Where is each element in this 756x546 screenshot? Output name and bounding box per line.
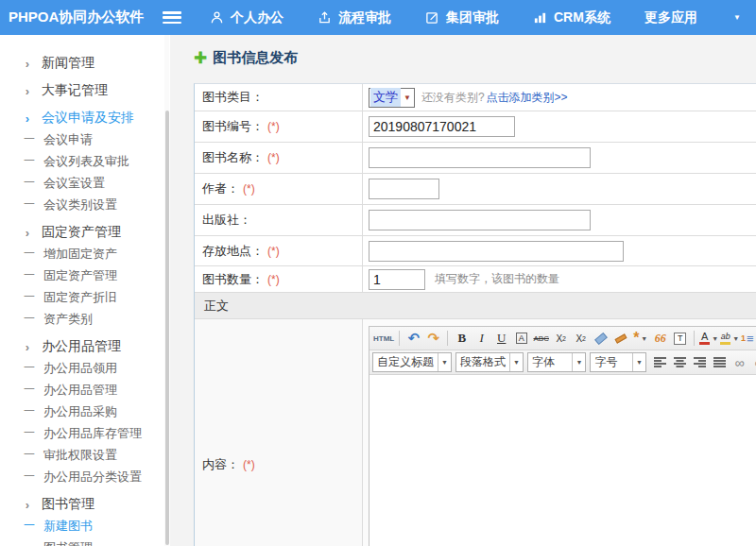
sidebar-item-meeting-room-settings[interactable]: 一会议室设置 <box>0 172 170 194</box>
editor-content-area[interactable] <box>369 375 756 546</box>
sidebar-item-asset-category[interactable]: 一资产类别 <box>0 308 170 330</box>
align-right-button[interactable] <box>691 353 709 372</box>
more-apps-caret-button[interactable]: ▼ <box>731 13 741 22</box>
chevron-right-icon: › <box>21 226 34 240</box>
highlight-color-button[interactable]: ab▼ <box>720 329 739 348</box>
field-label: 内容： <box>202 456 239 473</box>
menu-group-approval[interactable]: 集团审批 <box>425 9 499 26</box>
align-center-button[interactable] <box>671 353 689 372</box>
app-logo: PHPOA协同办公软件 <box>0 9 163 26</box>
field-label: 作者： <box>202 180 239 197</box>
sidebar-item-fixed-assets-management[interactable]: ›固定资产管理 <box>0 222 170 243</box>
sidebar-item-meeting-list-approval[interactable]: 一会议列表及审批 <box>0 150 170 172</box>
superscript-button[interactable]: X2 <box>552 329 570 348</box>
dash-icon: 一 <box>23 311 36 327</box>
sidebar-item-meeting-category-settings[interactable]: 一会议类别设置 <box>0 194 170 215</box>
content-row: 内容：(*) HTML ↶ ↷ B I U A ABC <box>195 319 756 546</box>
book-number-row: 图书编号：(*) <box>195 111 756 143</box>
editor-toolbar-row1: HTML ↶ ↷ B I U A ABC X2 X2 * <box>369 327 756 350</box>
author-input[interactable] <box>369 179 439 199</box>
sidebar-scrollbar-thumb[interactable] <box>165 111 169 545</box>
sidebar-item-supplies-purchase[interactable]: 一办公用品采购 <box>0 401 170 422</box>
quick-format-button[interactable]: *▼ <box>631 329 649 348</box>
custom-title-select[interactable]: 自定义标题▼ <box>372 352 452 372</box>
insert-link-button[interactable]: ∞ <box>730 353 748 372</box>
body-section-header: 正文 <box>195 293 756 319</box>
sidebar-toggle-button[interactable] <box>163 11 181 24</box>
required-mark: (*) <box>267 120 280 133</box>
sidebar-item-meeting-apply-arrange[interactable]: ›会议申请及安排 <box>0 108 170 128</box>
field-label: 出版社： <box>202 212 251 229</box>
sidebar-item-new-book[interactable]: 一新建图书 <box>0 515 170 537</box>
strikethrough-button[interactable]: ABC <box>532 329 550 348</box>
blockquote-button[interactable]: 66 <box>651 329 669 348</box>
sidebar-item-supplies-category-settings[interactable]: 一办公用品分类设置 <box>0 466 170 487</box>
ordered-list-button[interactable]: 1≡▼ <box>741 329 756 348</box>
page-title: ✚ 图书信息发布 <box>194 49 756 67</box>
sidebar-item-add-fixed-asset[interactable]: 一增加固定资产 <box>0 243 170 264</box>
menu-more-apps[interactable]: 更多应用 <box>644 9 697 26</box>
menu-process-approval[interactable]: 流程审批 <box>318 9 391 26</box>
remove-link-button[interactable]: ∞✕ <box>750 353 756 372</box>
font-size-select[interactable]: 字号▼ <box>590 352 646 372</box>
storage-location-input[interactable] <box>369 241 624 262</box>
rich-text-editor: HTML ↶ ↷ B I U A ABC X2 X2 * <box>369 326 756 546</box>
required-mark: (*) <box>243 458 255 471</box>
dropdown-arrow-icon: ▼ <box>712 335 718 342</box>
boxed-a-button[interactable]: A <box>512 329 530 348</box>
book-number-input[interactable] <box>369 116 515 137</box>
subscript-button[interactable]: X2 <box>572 329 590 348</box>
add-category-link[interactable]: 点击添加类别>> <box>487 90 568 106</box>
dropdown-arrow-icon: ▼ <box>572 353 585 371</box>
font-color-button[interactable]: A▼ <box>699 329 718 348</box>
book-name-input[interactable] <box>369 147 591 168</box>
publisher-row: 出版社： <box>195 205 756 236</box>
topbar: PHPOA协同办公软件 个人办公 流程审批 集团审批 CRM系统 更多应用 ▼ <box>0 0 756 35</box>
html-source-button[interactable]: HTML <box>373 329 394 348</box>
sidebar-item-meeting-apply[interactable]: 一会议申请 <box>0 128 170 150</box>
chevron-right-icon: › <box>21 57 34 71</box>
sidebar-item-fixed-asset-depreciation[interactable]: 一固定资产折旧 <box>0 286 170 308</box>
toolbar-separator <box>399 331 400 346</box>
dash-icon: 一 <box>23 289 36 305</box>
sidebar-item-office-supplies-management[interactable]: ›办公用品管理 <box>0 336 170 357</box>
align-justify-button[interactable] <box>711 353 729 372</box>
redo-button[interactable]: ↷ <box>424 329 442 348</box>
format-brush-button[interactable] <box>611 329 629 348</box>
underline-button[interactable]: U <box>492 329 510 348</box>
align-left-button[interactable] <box>651 353 669 372</box>
author-row: 作者：(*) <box>195 174 756 205</box>
paste-text-button[interactable]: T <box>671 329 689 348</box>
sidebar-item-approval-permission-settings[interactable]: 一审批权限设置 <box>0 444 170 466</box>
dropdown-arrow-icon: ▼ <box>641 335 647 342</box>
field-label: 图书编号： <box>202 118 264 135</box>
sidebar-item-news-management[interactable]: ›新闻管理 <box>0 53 170 74</box>
sidebar-item-events-management[interactable]: ›大事记管理 <box>0 80 170 101</box>
align-right-icon <box>694 357 706 367</box>
menu-crm-system[interactable]: CRM系统 <box>533 9 610 26</box>
field-label: 图书类目： <box>202 89 264 106</box>
publisher-input[interactable] <box>369 210 591 230</box>
sidebar-item-book-management[interactable]: ›图书管理 <box>0 494 170 515</box>
sidebar-item-fixed-asset-management[interactable]: 一固定资产管理 <box>0 264 170 286</box>
italic-button[interactable]: I <box>472 329 490 348</box>
chevron-right-icon: › <box>21 340 34 354</box>
book-quantity-input[interactable] <box>369 269 425 290</box>
font-family-select[interactable]: 字体▼ <box>527 352 587 372</box>
dash-icon: 一 <box>23 382 36 398</box>
menu-personal-office[interactable]: 个人办公 <box>210 9 284 26</box>
book-form: 图书类目： 文学 ▼ 还没有类别? 点击添加类别>> 图书编号：(*) 图书名称… <box>194 83 756 546</box>
book-category-select[interactable]: 文学 ▼ <box>369 88 415 108</box>
brush-icon <box>614 333 627 343</box>
sidebar-item-supplies-requisition[interactable]: 一办公用品领用 <box>0 357 170 379</box>
required-mark: (*) <box>243 182 255 196</box>
sidebar-item-book-management-list[interactable]: 一图书管理 <box>0 537 170 546</box>
remove-format-button[interactable] <box>592 329 610 348</box>
align-justify-icon <box>713 357 726 367</box>
paragraph-format-select[interactable]: 段落格式▼ <box>455 352 524 372</box>
field-label: 图书名称： <box>202 149 264 166</box>
sidebar-item-supplies-management[interactable]: 一办公用品管理 <box>0 379 170 401</box>
undo-button[interactable]: ↶ <box>404 329 422 348</box>
bold-button[interactable]: B <box>453 329 471 348</box>
sidebar-item-supplies-inventory-management[interactable]: 一办公用品库存管理 <box>0 422 170 444</box>
